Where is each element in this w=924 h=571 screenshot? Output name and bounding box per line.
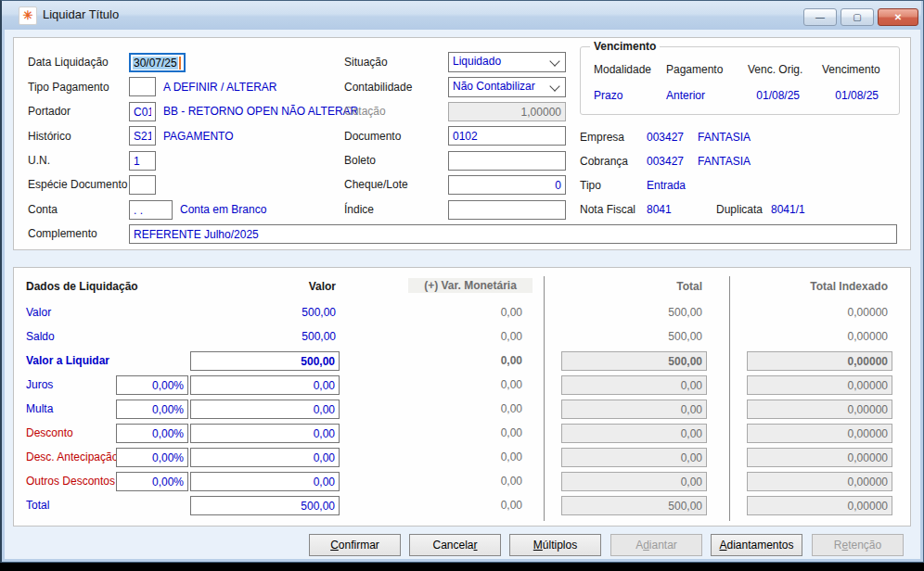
total-column-header: Total [610,280,702,293]
maximize-button[interactable]: ▢ [841,8,874,26]
total-total [561,496,707,515]
conta-label: Conta [28,203,58,216]
desc-antecipacao-pct-input[interactable] [116,448,188,467]
row-valor-indexado: 0,00000 [776,306,888,319]
indice-label: Índice [344,203,374,216]
valor-column-header: Valor [243,280,336,293]
complemento-input[interactable] [129,224,897,244]
historico-label: Histórico [28,130,71,143]
cancelar-button[interactable]: Cancelar [409,534,501,556]
complemento-label: Complemento [28,227,97,240]
row-valor-label: Valor [26,306,51,319]
total-indexado [747,496,892,515]
un-input[interactable] [129,151,156,171]
multa-valor-input[interactable] [190,400,340,419]
row-valor-valor: 500,00 [225,306,336,319]
cotacao-label: Cotação [344,105,386,118]
especie-documento-input[interactable] [129,175,156,195]
row-saldo-total: 500,00 [591,330,702,343]
desc-antecipacao-total [561,448,707,467]
desc-antecipacao-valor-input[interactable] [190,448,340,467]
button-mnemonic: d [643,539,649,552]
row-valor-total: 500,00 [591,306,702,319]
title-bar [2,1,921,30]
row-valor-var: 0,00 [411,306,522,319]
row-total-label: Total [26,499,49,512]
row-desconto-var: 0,00 [411,426,522,439]
close-icon: ✕ [894,12,902,22]
tipo-label: Tipo [580,179,601,192]
minimize-button[interactable]: — [803,8,837,26]
data-liquidacao-label: Data Liquidação [28,56,109,69]
portador-desc: BB - RETORNO OPEN NÃO ALTERAR [163,105,358,118]
desconto-pct-input[interactable] [116,424,188,443]
juros-pct-input[interactable] [116,375,188,395]
empresa-code: 003427 [647,131,684,144]
button-label: tenção [848,539,881,552]
empresa-name: FANTASIA [698,131,751,144]
data-liquidacao-input[interactable]: 30/07/25 [129,53,186,72]
app-icon: ✳ [19,6,37,25]
confirmar-button[interactable]: Confirmar [309,534,401,556]
multa-pct-input[interactable] [116,400,188,419]
row-outros-descontos-var: 0,00 [411,475,522,488]
documento-input[interactable] [448,126,566,146]
multiplos-button[interactable]: Múltiplos [509,534,601,556]
pagamento-header: Pagamento [666,63,723,76]
vencimento-groupbox [580,46,900,115]
maximize-icon: ▢ [853,12,861,22]
row-multa-var: 0,00 [411,402,522,415]
nota-fiscal-label: Nota Fiscal [580,203,635,216]
historico-input[interactable] [129,126,156,146]
vencimento-header: Vencimento [822,63,880,76]
portador-input[interactable] [129,102,156,121]
close-button[interactable]: ✕ [878,8,918,26]
window-title: Liquidar Título [43,7,119,21]
modalidade-header: Modalidade [594,63,651,76]
button-label: diantamentos [726,539,793,552]
row-juros-label: Juros [26,378,53,391]
adiantamentos-button[interactable]: Adiantamentos [711,534,802,556]
row-desconto-label: Desconto [26,426,73,439]
contabilidade-select[interactable]: Não Contabilizar [448,77,566,97]
row-total-var: 0,00 [411,499,522,512]
valor-a-liquidar-total [561,351,707,371]
tipo-pagamento-input[interactable] [129,77,156,96]
situacao-select[interactable]: Liquidado [448,52,566,72]
situacao-label: Situação [344,56,388,69]
nota-fiscal-value: 8041 [647,203,672,216]
row-desc-antecipacao-var: 0,00 [411,450,522,463]
juros-valor-input[interactable] [190,375,340,395]
conta-input[interactable] [129,200,173,220]
chevron-down-icon [549,81,559,91]
total-valor-input[interactable] [190,496,340,515]
valor-a-liquidar-input[interactable] [190,351,340,371]
cobranca-label: Cobrança [580,155,628,168]
outros-descontos-pct-input[interactable] [116,472,188,491]
screen: ✳ Liquidar Título — ▢ ✕ Data Liquidação … [0,0,924,571]
situacao-value: Liquidado [453,55,501,68]
var-monetaria-column-header: (+) Var. Monetária [408,278,533,293]
button-label: Cancela [432,539,473,552]
conta-desc: Conta em Branco [180,203,266,216]
button-mnemonic: M [533,539,543,552]
un-label: U.N. [28,154,50,167]
juros-indexado [747,375,892,395]
minimize-icon: — [815,12,825,22]
contabilidade-value: Não Contabilizar [453,80,535,93]
documento-label: Documento [344,130,401,143]
venc-orig-header: Venc. Orig. [748,63,802,76]
desconto-valor-input[interactable] [190,424,340,443]
vencimento-title: Vencimento [590,40,660,53]
boleto-input[interactable] [448,151,566,171]
outros-descontos-valor-input[interactable] [190,472,340,491]
desc-antecipacao-indexado [747,448,892,467]
indice-input[interactable] [448,200,566,220]
button-label: últiplos [543,539,577,552]
row-multa-label: Multa [26,402,53,415]
cheque-lote-input[interactable] [448,175,566,195]
text-caret [179,57,181,70]
multa-total [561,400,707,419]
row-saldo-var: 0,00 [411,330,522,343]
empresa-label: Empresa [580,131,624,144]
